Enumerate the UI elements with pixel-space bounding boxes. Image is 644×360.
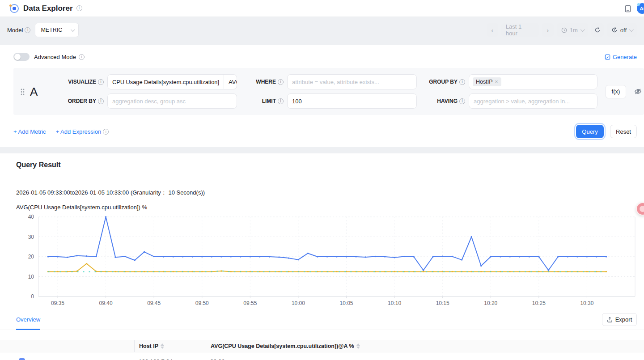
add-metric-button[interactable]: + Add Metric xyxy=(13,128,46,135)
page-title: Data Explorer xyxy=(23,4,73,13)
function-button[interactable]: f(x) xyxy=(606,85,626,98)
time-range-button[interactable]: Last 1 hour xyxy=(501,23,539,37)
generate-link[interactable]: Generate xyxy=(605,54,637,60)
advanced-mode-label: Advanced Mode xyxy=(34,54,76,60)
drag-handle-icon[interactable] xyxy=(21,89,25,95)
svg-text:0: 0 xyxy=(31,293,34,300)
time-prev-button[interactable]: ‹ xyxy=(487,23,498,37)
value-column-header[interactable]: AVG(CPU Usage Details[system.cpu.utiliza… xyxy=(206,340,644,352)
chevron-down-icon xyxy=(580,27,585,32)
having-input[interactable] xyxy=(469,94,597,108)
metric-letter: A xyxy=(30,85,38,99)
svg-text:40: 40 xyxy=(28,214,34,220)
order-by-info-icon[interactable] xyxy=(98,98,104,104)
series-color-swatch xyxy=(19,358,25,360)
group-by-field[interactable]: HostIP × xyxy=(469,74,597,89)
svg-text:30: 30 xyxy=(28,234,34,240)
query-builder-panel: Advanced Mode Generate A VISUALIZE CPU U… xyxy=(0,45,644,147)
granularity-button[interactable]: 1m xyxy=(557,23,588,37)
svg-text:09:35: 09:35 xyxy=(51,300,64,306)
line-chart[interactable]: 01020304009:3509:4009:4509:5009:5510:001… xyxy=(0,212,644,309)
advanced-mode-info-icon[interactable] xyxy=(79,54,85,60)
chevron-down-icon xyxy=(629,27,634,32)
export-icon xyxy=(607,317,613,322)
export-button[interactable]: Export xyxy=(602,313,637,326)
svg-text:10:05: 10:05 xyxy=(340,300,353,306)
aggregation-select[interactable]: AVG xyxy=(224,75,237,89)
result-table: Host IP AVG(CPU Usage Details[system.cpu… xyxy=(0,340,644,360)
svg-text:20: 20 xyxy=(28,254,34,260)
svg-text:10:15: 10:15 xyxy=(436,300,449,306)
clock-icon xyxy=(561,27,567,33)
query-result-panel: Query Result 2026-01-05 09:33:00to2026-0… xyxy=(0,153,644,360)
svg-text:09:40: 09:40 xyxy=(99,300,113,306)
svg-text:10:10: 10:10 xyxy=(388,300,401,306)
svg-text:10: 10 xyxy=(28,274,34,280)
svg-text:09:50: 09:50 xyxy=(195,300,209,306)
tab-overview[interactable]: Overview xyxy=(16,316,40,330)
tag-remove-icon[interactable]: × xyxy=(495,79,498,85)
order-by-input[interactable] xyxy=(108,94,237,108)
limit-label: LIMIT xyxy=(241,98,284,104)
result-tabs: Overview Export xyxy=(0,313,644,330)
ai-assistant-icon[interactable]: Ai xyxy=(637,3,644,14)
title-info-icon[interactable] xyxy=(76,5,82,11)
where-field[interactable] xyxy=(287,74,417,89)
table-header: Host IP AVG(CPU Usage Details[system.cpu… xyxy=(0,340,644,352)
add-expression-button[interactable]: + Add Expression xyxy=(56,128,109,135)
sort-icon[interactable] xyxy=(161,343,164,349)
svg-text:10:25: 10:25 xyxy=(532,300,546,306)
having-label: HAVING xyxy=(420,98,465,104)
query-toolbar: Model METRIC ‹ Last 1 hour › 1m off xyxy=(0,17,644,43)
refresh-icon xyxy=(594,27,601,33)
limit-input[interactable] xyxy=(288,94,416,108)
having-field[interactable] xyxy=(469,93,597,109)
model-select[interactable]: METRIC xyxy=(35,23,79,37)
docs-icon[interactable] xyxy=(624,5,631,13)
auto-refresh-button[interactable]: off xyxy=(607,23,637,37)
table-body: 192.168.7.9420.06 xyxy=(0,352,644,360)
group-by-info-icon[interactable] xyxy=(459,79,465,85)
limit-field[interactable] xyxy=(287,93,417,109)
value-cell: 20.06 xyxy=(206,352,644,360)
svg-text:09:45: 09:45 xyxy=(147,300,161,306)
visualize-value[interactable]: CPU Usage Details[system.cpu.utilization… xyxy=(108,79,224,85)
host-ip-column-header[interactable]: Host IP xyxy=(134,340,206,352)
time-range-text: 2026-01-05 09:33:00to2026-01-05 10:33:00… xyxy=(0,176,644,197)
host-ip-cell: 192.168.7.94 xyxy=(134,352,206,360)
having-info-icon[interactable] xyxy=(459,98,465,104)
model-info-icon[interactable] xyxy=(25,27,30,33)
chart-title: AVG(CPU Usage Details[system.cpu.utiliza… xyxy=(0,197,644,211)
visualize-field[interactable]: CPU Usage Details[system.cpu.utilization… xyxy=(107,74,237,89)
where-label: WHERE xyxy=(241,79,284,85)
add-expression-info-icon[interactable] xyxy=(103,129,109,135)
where-info-icon[interactable] xyxy=(278,79,284,85)
refresh-button[interactable] xyxy=(591,23,604,37)
visualize-label: VISUALIZE xyxy=(65,79,104,85)
table-row[interactable]: 192.168.7.9420.06 xyxy=(0,352,644,360)
chevron-down-icon xyxy=(71,27,75,32)
model-label: Model xyxy=(7,27,30,34)
reset-button[interactable]: Reset xyxy=(610,125,637,138)
time-next-button[interactable]: › xyxy=(542,23,554,37)
svg-text:10:00: 10:00 xyxy=(292,300,305,306)
hide-series-icon[interactable] xyxy=(634,88,642,95)
order-by-label: ORDER BY xyxy=(65,98,104,104)
svg-text:10:30: 10:30 xyxy=(580,300,593,306)
where-input[interactable] xyxy=(288,75,416,89)
limit-info-icon[interactable] xyxy=(278,98,284,104)
visualize-info-icon[interactable] xyxy=(98,79,104,85)
sort-icon[interactable] xyxy=(356,343,360,349)
auto-refresh-icon xyxy=(611,27,618,33)
svg-text:10:20: 10:20 xyxy=(484,300,497,306)
top-bar: Data Explorer Ai xyxy=(0,0,644,17)
result-title: Query Result xyxy=(0,153,644,176)
order-by-field[interactable] xyxy=(107,93,237,109)
svg-text:09:55: 09:55 xyxy=(243,300,257,306)
group-by-tag: HostIP × xyxy=(473,77,501,86)
series-column-header xyxy=(0,340,134,352)
metric-query-card: A VISUALIZE CPU Usage Details[system.cpu… xyxy=(13,68,644,115)
query-button[interactable]: Query xyxy=(576,125,604,138)
advanced-mode-toggle[interactable] xyxy=(13,53,30,61)
app-logo-icon xyxy=(10,4,19,13)
